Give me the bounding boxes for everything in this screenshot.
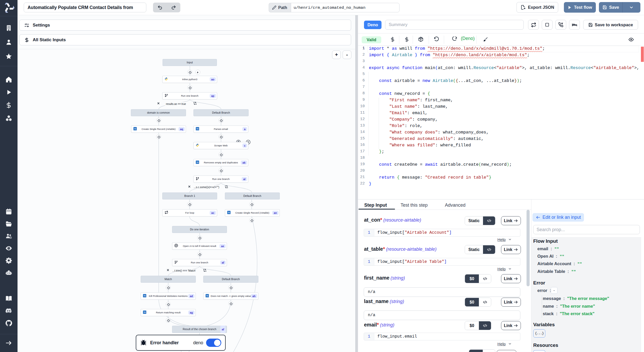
svg-text:TS: TS [144,295,146,297]
svg-text:TS: TS [197,162,199,163]
svg-text:TS: TS [134,128,136,130]
svg-text:TS: TS [228,212,230,213]
svg-text:TS: TS [206,295,208,297]
svg-text:TS: TS [144,312,146,313]
svg-text:TS: TS [197,128,199,130]
